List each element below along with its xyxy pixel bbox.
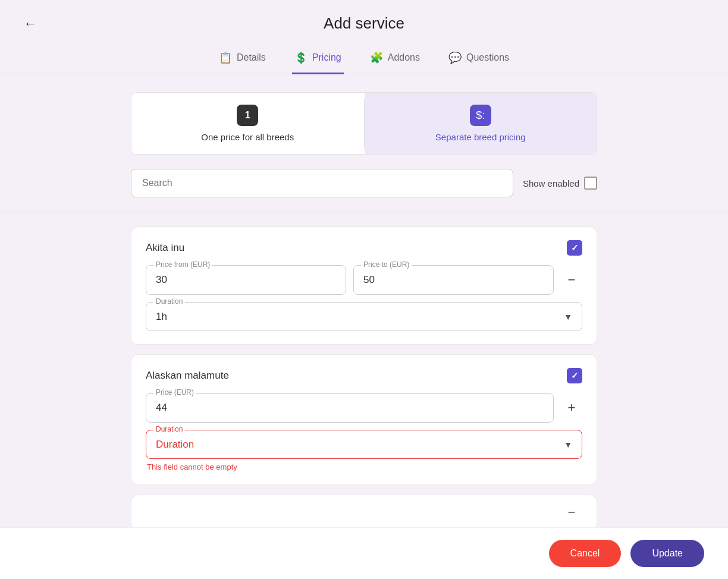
header: ← Add service bbox=[0, 0, 728, 33]
duration-field-akita: Duration 1h 30min 2h ▼ bbox=[146, 302, 582, 331]
content-divider bbox=[0, 212, 728, 212]
tab-questions[interactable]: 💬 Questions bbox=[446, 45, 512, 74]
main-content: 1 One price for all breeds $: Separate b… bbox=[0, 74, 728, 558]
price-row-alaskan: Price (EUR) + bbox=[146, 393, 582, 423]
price-field-alaskan: Price (EUR) bbox=[146, 393, 554, 423]
separate-price-icon: $: bbox=[470, 105, 491, 126]
price-to-field-akita: Price to (EUR) bbox=[353, 265, 554, 295]
tab-pricing[interactable]: 💲 Pricing bbox=[292, 45, 344, 74]
tab-addons-label: Addons bbox=[388, 52, 420, 63]
footer: Cancel Update bbox=[0, 527, 728, 579]
breed-card-akita-inu: Akita inu Price from (EUR) Price to (EUR… bbox=[131, 226, 597, 345]
cancel-button[interactable]: Cancel bbox=[549, 540, 622, 567]
duration-label-akita: Duration bbox=[153, 297, 185, 306]
price-from-label-akita: Price from (EUR) bbox=[153, 260, 212, 269]
one-price-option[interactable]: 1 One price for all breeds bbox=[131, 93, 364, 154]
separate-price-label: Separate breed pricing bbox=[435, 132, 526, 142]
breed-card-alaskan-malamute: Alaskan malamute Price (EUR) + Duration … bbox=[131, 354, 597, 485]
one-price-icon: 1 bbox=[237, 105, 258, 126]
duration-label-alaskan: Duration bbox=[153, 425, 185, 433]
separate-price-option[interactable]: $: Separate breed pricing bbox=[365, 93, 597, 154]
details-icon: 📋 bbox=[219, 51, 232, 64]
breed-card-partial: − bbox=[131, 495, 597, 530]
questions-icon: 💬 bbox=[448, 51, 462, 64]
breed-enabled-alaskan[interactable] bbox=[567, 368, 582, 383]
tab-details[interactable]: 📋 Details bbox=[216, 45, 268, 74]
search-row: Show enabled bbox=[131, 169, 597, 197]
pricing-type-selector: 1 One price for all breeds $: Separate b… bbox=[131, 92, 597, 155]
price-from-input-akita[interactable] bbox=[146, 266, 346, 294]
duration-select-akita[interactable]: 1h 30min 2h bbox=[146, 303, 582, 331]
addons-icon: 🧩 bbox=[370, 51, 383, 64]
pricing-icon: 💲 bbox=[294, 51, 307, 64]
price-to-label-akita: Price to (EUR) bbox=[361, 260, 412, 269]
one-price-label: One price for all breeds bbox=[201, 132, 294, 142]
breed-header-alaskan: Alaskan malamute bbox=[146, 368, 582, 383]
breed-name-akita: Akita inu bbox=[146, 242, 184, 254]
remove-partial-breed[interactable]: − bbox=[561, 502, 582, 523]
page-title: Add service bbox=[324, 14, 404, 33]
tab-pricing-label: Pricing bbox=[312, 52, 341, 63]
price-from-field-akita: Price from (EUR) bbox=[146, 265, 346, 295]
back-button[interactable]: ← bbox=[24, 16, 37, 32]
tab-details-label: Details bbox=[237, 52, 266, 63]
remove-price-range-akita[interactable]: − bbox=[561, 269, 582, 291]
add-price-range-alaskan[interactable]: + bbox=[561, 397, 582, 418]
search-input[interactable] bbox=[131, 169, 513, 197]
update-button[interactable]: Update bbox=[630, 540, 704, 567]
price-to-input-akita[interactable] bbox=[354, 266, 553, 294]
breed-header-akita: Akita inu bbox=[146, 240, 582, 256]
breed-name-alaskan: Alaskan malamute bbox=[146, 370, 229, 382]
tab-addons[interactable]: 🧩 Addons bbox=[368, 45, 422, 74]
price-label-alaskan: Price (EUR) bbox=[153, 388, 196, 397]
duration-select-alaskan[interactable]: Duration 30min 1h 2h bbox=[146, 430, 582, 458]
price-input-alaskan[interactable] bbox=[146, 394, 553, 422]
tabs-bar: 📋 Details 💲 Pricing 🧩 Addons 💬 Questions bbox=[0, 33, 728, 74]
tab-questions-label: Questions bbox=[466, 52, 509, 63]
duration-error-msg-alaskan: This field cannot be empty bbox=[146, 462, 582, 471]
show-enabled-checkbox[interactable] bbox=[584, 177, 597, 190]
duration-field-alaskan: Duration Duration 30min 1h 2h ▼ bbox=[146, 430, 582, 459]
breed-enabled-akita[interactable] bbox=[567, 240, 582, 256]
show-enabled-label: Show enabled bbox=[523, 177, 597, 190]
price-range-row-akita: Price from (EUR) Price to (EUR) − bbox=[146, 265, 582, 295]
